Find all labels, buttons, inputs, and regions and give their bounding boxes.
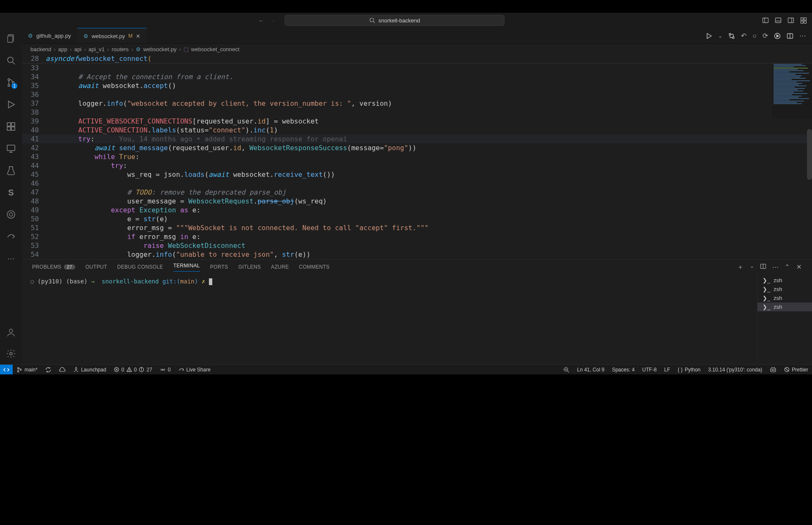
code-line[interactable]: 43 while True:	[22, 152, 812, 161]
split-terminal-icon[interactable]	[760, 263, 766, 271]
close-icon[interactable]: ✕	[136, 33, 140, 39]
status-errors[interactable]: 0 0 27	[110, 365, 156, 374]
nav-back-icon[interactable]: ←	[258, 17, 264, 24]
container-icon[interactable]	[5, 209, 16, 220]
crumb[interactable]: app	[58, 46, 68, 52]
terminal[interactable]: ○ (py310) (base) → snorkell-backend git:…	[22, 274, 757, 364]
crumb[interactable]: websocket_connect	[191, 46, 239, 52]
search-icon[interactable]	[5, 55, 16, 66]
crumb[interactable]: routers	[112, 46, 129, 52]
accounts-icon[interactable]	[5, 327, 16, 338]
sticky-scroll[interactable]: 28 async def websocket_connect(	[22, 54, 812, 63]
crumb[interactable]: api	[74, 46, 82, 52]
code-editor[interactable]: 3334 # Accept the connection from a clie…	[22, 63, 812, 259]
code-line[interactable]: 44 try:	[22, 161, 812, 170]
code-line[interactable]: 34 # Accept the connection from a client…	[22, 72, 812, 81]
code-line[interactable]: 45 ws_req = json.loads(await websocket.r…	[22, 170, 812, 179]
code-line[interactable]: 48 user_message = WebsocketRequest.parse…	[22, 197, 812, 206]
status-cursor-pos[interactable]: Ln 41, Col 9	[573, 367, 608, 373]
run-circle-icon[interactable]	[774, 33, 781, 39]
code-line[interactable]: 41 try: You, 14 months ago • added strea…	[22, 135, 812, 143]
breadcrumb[interactable]: backend› app› api› api_v1› routers› ⚙ we…	[22, 44, 812, 54]
status-spaces[interactable]: Spaces: 4	[608, 367, 638, 373]
code-line[interactable]: 51 error_msg = """WebSocket is not conne…	[22, 223, 812, 232]
terminal-list-item[interactable]: ❯_zsh	[757, 276, 812, 285]
code-line[interactable]: 36	[22, 90, 812, 99]
explorer-icon[interactable]	[5, 33, 16, 44]
source-control-icon[interactable]: 1	[5, 77, 16, 88]
close-icon[interactable]: ✕	[796, 263, 802, 271]
code-line[interactable]: 38	[22, 108, 812, 117]
code-line[interactable]: 50 e = str(e)	[22, 214, 812, 223]
code-line[interactable]: 42 await send_message(requested_user.id,…	[22, 143, 812, 152]
chevron-down-icon[interactable]: ⌄	[750, 263, 754, 271]
more-icon[interactable]: ⋯	[772, 263, 779, 271]
code-line[interactable]: 46	[22, 179, 812, 188]
share-icon[interactable]	[5, 231, 16, 242]
extensions-icon[interactable]	[5, 121, 16, 132]
code-line[interactable]: 54 logger.info("unable to receive json",…	[22, 250, 812, 259]
status-interpreter[interactable]: 3.10.14 ('py310': conda)	[704, 367, 766, 373]
code-line[interactable]: 40 ACTIVE_CONNECTION.labels(status="conn…	[22, 126, 812, 135]
chevron-up-icon[interactable]: ⌃	[785, 263, 790, 271]
split-editor-icon[interactable]	[787, 33, 793, 39]
status-sync[interactable]	[41, 365, 55, 374]
minimap[interactable]	[771, 63, 812, 118]
nav-forward-icon[interactable]: →	[270, 17, 275, 24]
command-center[interactable]: snorkell-backend	[285, 15, 505, 26]
layout-sidebar-left-icon[interactable]	[762, 17, 769, 24]
chevron-down-icon[interactable]: ⌄	[718, 33, 722, 39]
remote-indicator[interactable]	[0, 365, 13, 374]
crumb[interactable]: backend	[30, 46, 51, 52]
terminal-list-item[interactable]: ❯_zsh	[757, 294, 812, 302]
testing-icon[interactable]	[5, 165, 16, 176]
code-line[interactable]: 53 raise WebSocketDisconnect	[22, 241, 812, 250]
undo-icon[interactable]: ↶	[741, 32, 746, 40]
status-launchpad[interactable]: Launchpad	[69, 365, 110, 374]
remote-explorer-icon[interactable]	[5, 143, 16, 154]
code-line[interactable]: 49 except Exception as e:	[22, 206, 812, 214]
code-line[interactable]: 55 await send_message(requested_user.id,…	[22, 259, 812, 259]
run-icon[interactable]	[705, 33, 712, 39]
code-line[interactable]: 52 if error_msg in e:	[22, 232, 812, 241]
layout-sidebar-right-icon[interactable]	[787, 17, 794, 24]
status-radio[interactable]: 0	[156, 365, 175, 374]
more-icon[interactable]: ⋯	[5, 253, 16, 264]
status-cloud[interactable]	[55, 365, 69, 374]
layout-panel-icon[interactable]	[775, 17, 782, 24]
panel-tab-output[interactable]: OUTPUT	[85, 264, 107, 270]
code-line[interactable]: 35 await websocket.accept()	[22, 81, 812, 90]
gear-icon[interactable]	[5, 348, 16, 359]
panel-tab-ports[interactable]: PORTS	[210, 264, 228, 270]
panel-tab-comments[interactable]: COMMENTS	[299, 264, 329, 270]
terminal-list-item[interactable]: ❯_zsh	[757, 302, 812, 311]
code-line[interactable]: 37 logger.info("websocket accepted by cl…	[22, 99, 812, 108]
status-eol[interactable]: LF	[661, 367, 674, 373]
circle-arrow-icon[interactable]: ⟳	[763, 32, 768, 40]
panel-tab-debug-console[interactable]: DEBUG CONSOLE	[117, 264, 163, 270]
panel-tab-terminal[interactable]: TERMINAL	[173, 263, 200, 272]
scrollbar-thumb[interactable]	[807, 129, 812, 180]
panel-tab-azure[interactable]: AZURE	[271, 264, 289, 270]
status-copilot[interactable]	[766, 367, 780, 373]
editor-tab[interactable]: ⚙ websocket.py M ✕	[77, 28, 147, 44]
run-debug-icon[interactable]	[5, 99, 16, 110]
status-encoding[interactable]: UTF-8	[639, 367, 661, 373]
git-compare-icon[interactable]	[728, 33, 735, 39]
code-line[interactable]: 39 ACTIVE_WEBSOCKET_CONNECTIONS[requeste…	[22, 117, 812, 126]
editor-tab[interactable]: ⚙ github_app.py	[22, 28, 77, 44]
code-line[interactable]: 33	[22, 63, 812, 72]
status-zoom[interactable]	[560, 367, 573, 373]
status-prettier[interactable]: Prettier	[780, 367, 812, 373]
status-liveshare[interactable]: Live Share	[175, 365, 214, 374]
status-branch[interactable]: main*	[13, 365, 41, 374]
s-icon[interactable]: S	[5, 187, 16, 198]
crumb[interactable]: api_v1	[88, 46, 104, 52]
status-language[interactable]: { }Python	[674, 367, 705, 373]
crumb[interactable]: websocket.py	[143, 46, 177, 52]
more-icon[interactable]: ⋯	[799, 32, 806, 40]
circle-sm-icon[interactable]: ○	[752, 32, 757, 40]
new-terminal-icon[interactable]: ＋	[737, 263, 743, 271]
panel-tab-gitlens[interactable]: GITLENS	[238, 264, 261, 270]
code-line[interactable]: 47 # TODO: remove the deprecated parse_o…	[22, 188, 812, 197]
